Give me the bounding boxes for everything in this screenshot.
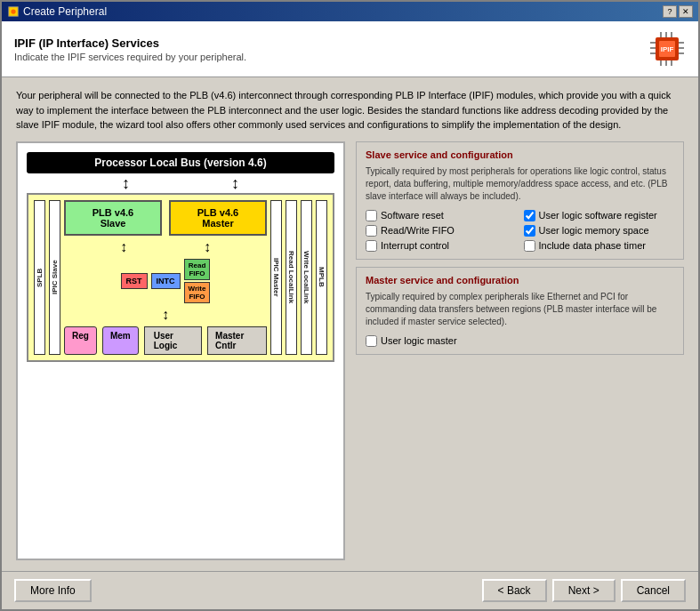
main-content: Your peripheral will be connected to the… [2, 77, 698, 571]
description-text: Your peripheral will be connected to the… [16, 88, 684, 133]
header-section: IPIF (IP Interface) Services Indicate th… [2, 21, 698, 77]
slave-config-section: Slave service and configuration Typicall… [356, 141, 684, 260]
int-ctrl-checkbox[interactable] [366, 240, 377, 252]
rw-fifo-label: Read/Write FIFO [381, 225, 455, 236]
user-sw-reg-checkbox[interactable] [524, 210, 535, 221]
splb-label: SPLB [34, 200, 45, 355]
bottom-components: Reg Mem User Logic Master Cntlr [64, 326, 267, 355]
user-master-label: User logic master [381, 335, 457, 346]
next-button[interactable]: Next > [552, 579, 616, 602]
slave-section-desc: Typically required by most peripherals f… [366, 165, 674, 203]
window-title: Create Peripheral [23, 5, 107, 18]
diagram-panel: Processor Local Bus (version 4.6) ↕ ↕ SP… [16, 141, 345, 561]
config-panel: Slave service and configuration Typicall… [356, 141, 684, 561]
rw-fifo-checkbox[interactable] [366, 225, 377, 237]
checkbox-rw-fifo: Read/Write FIFO [366, 225, 517, 237]
slave-section-title: Slave service and configuration [366, 149, 674, 160]
rst-component: RST [121, 273, 148, 289]
user-logic-component: User Logic [144, 326, 202, 355]
read-locallink-label: Read LocalLink [286, 200, 297, 355]
slave-checkboxes: Software reset User logic software regis… [366, 210, 674, 252]
more-info-button[interactable]: More Info [14, 579, 92, 602]
checkbox-user-sw-reg: User logic software register [524, 210, 675, 221]
checkbox-int-ctrl: Interrupt control [366, 240, 517, 252]
software-reset-checkbox[interactable] [366, 210, 377, 221]
footer: More Info < Back Next > Cancel [2, 571, 698, 609]
title-bar-buttons: ? ✕ [663, 5, 693, 18]
window-icon [7, 5, 20, 18]
close-button[interactable]: ✕ [679, 5, 693, 18]
master-config-section: Master service and configuration Typical… [356, 267, 684, 355]
user-master-checkbox[interactable] [366, 335, 377, 347]
master-section-title: Master service and configuration [366, 275, 674, 285]
software-reset-label: Software reset [381, 210, 444, 221]
back-button[interactable]: < Back [482, 579, 547, 602]
ipic-master-label: IPIC Master [270, 200, 282, 355]
checkbox-user-mem: User logic memory space [524, 225, 675, 237]
write-locallink-label: Write LocalLink [301, 200, 312, 355]
plb-bus-label: Processor Local Bus (version 4.6) [27, 152, 334, 173]
checkbox-user-master: User logic master [366, 335, 674, 347]
mplb-label: MPLB [316, 200, 327, 355]
header-subtitle: Indicate the IPIF services required by y… [14, 52, 246, 62]
write-fifo-component: WriteFIFO [184, 282, 211, 303]
header-title: IPIF (IP Interface) Services [14, 36, 246, 50]
two-panel: Processor Local Bus (version 4.6) ↕ ↕ SP… [16, 141, 684, 561]
user-mem-label: User logic memory space [539, 225, 649, 236]
user-sw-reg-label: User logic software register [539, 210, 657, 221]
main-window: Create Peripheral ? ✕ IPIF (IP Interface… [0, 0, 700, 611]
intc-component: INTC [151, 273, 181, 289]
ipic-slave-label: IPIC Slave [49, 200, 60, 355]
svg-text:IPIF: IPIF [661, 45, 674, 53]
user-mem-checkbox[interactable] [524, 225, 535, 237]
int-ctrl-label: Interrupt control [381, 240, 449, 251]
reg-component: Reg [64, 326, 97, 355]
data-phase-label: Include data phase timer [539, 240, 646, 251]
mem-component: Mem [102, 326, 139, 355]
title-bar: Create Peripheral ? ✕ [2, 2, 698, 21]
help-button[interactable]: ? [663, 5, 677, 18]
cancel-button[interactable]: Cancel [621, 579, 686, 602]
master-section-desc: Typically required by complex peripheral… [366, 291, 674, 328]
header-icon: IPIF [648, 30, 686, 68]
plb-slave-box: PLB v4.6 Slave [64, 200, 162, 236]
master-cntlr-component: Master Cntlr [207, 326, 267, 355]
data-phase-checkbox[interactable] [524, 240, 535, 252]
plb-master-box: PLB v4.6 Master [169, 200, 267, 236]
header-text: IPIF (IP Interface) Services Indicate th… [14, 36, 246, 62]
read-fifo-component: ReadFIFO [184, 259, 211, 280]
svg-point-1 [11, 9, 15, 13]
checkbox-data-phase: Include data phase timer [524, 240, 675, 252]
nav-buttons: < Back Next > Cancel [482, 579, 686, 602]
checkbox-software-reset: Software reset [366, 210, 517, 221]
